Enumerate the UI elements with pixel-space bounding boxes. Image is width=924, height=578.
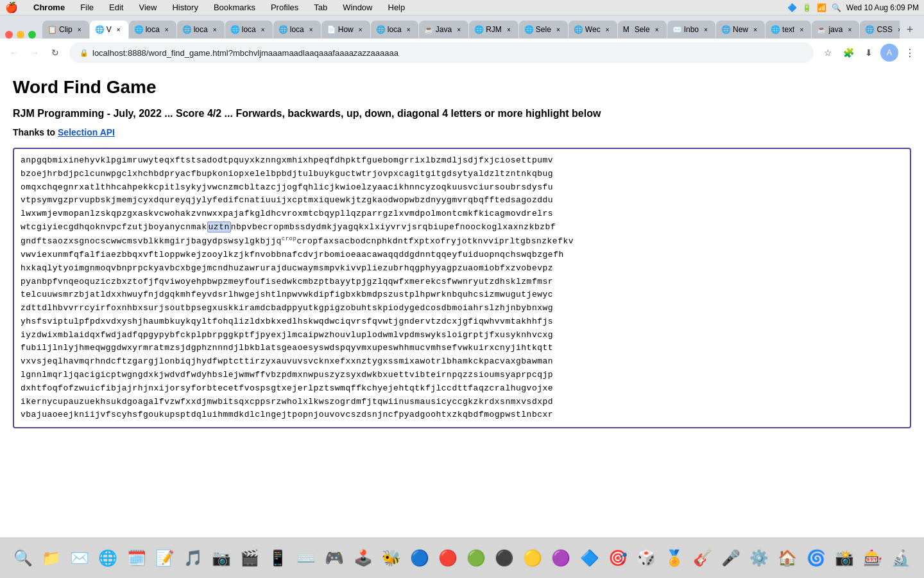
tab-close-8[interactable]: × (454, 25, 463, 34)
tab-close-9[interactable]: × (504, 25, 513, 34)
dock-icon-icon4[interactable]: ⚫ (492, 543, 517, 574)
window-minimize-button[interactable] (17, 31, 24, 39)
menubar-chrome[interactable]: Chrome (31, 3, 67, 12)
menubar-window[interactable]: Window (340, 3, 375, 12)
dock-icon-icon12[interactable]: 🎤 (718, 543, 744, 574)
dock-icon-icon6[interactable]: 🟣 (548, 543, 574, 574)
refresh-button[interactable]: ↻ (46, 44, 64, 62)
chrome-menu-button[interactable]: ⋮ (901, 44, 919, 62)
selection-api-link[interactable]: Selection API (58, 127, 115, 137)
tab-close-3[interactable]: × (210, 25, 219, 34)
dock-icon-icon14[interactable]: 🏠 (774, 543, 800, 574)
bookmark-star-icon[interactable]: ☆ (819, 44, 837, 62)
menubar-wifi-icon: 📶 (817, 3, 826, 12)
window-maximize-button[interactable] (28, 31, 36, 39)
dock-icon-icon18[interactable]: 🔬 (888, 543, 914, 574)
browser-tab-1[interactable]: 🌐 V × (90, 21, 128, 39)
menubar-profiles[interactable]: Profiles (268, 3, 301, 12)
back-button[interactable]: ← (5, 44, 23, 62)
tab-close-13[interactable]: × (701, 25, 710, 34)
tab-close-10[interactable]: × (554, 25, 563, 34)
dock-icon-icon17[interactable]: 🎰 (860, 543, 886, 574)
dock-icon-icon8[interactable]: 🎯 (605, 543, 631, 574)
tab-close-14[interactable]: × (751, 25, 760, 34)
dock-icon-arcade[interactable]: 🕹️ (350, 543, 376, 574)
forward-button[interactable]: → (26, 44, 44, 62)
browser-tab-8[interactable]: ☕ Java × (419, 21, 468, 39)
window-close-button[interactable] (5, 31, 13, 39)
tab-bar: 📋 Clip ×🌐 V ×🌐 loca ×🌐 loca ×🌐 loca ×🌐 l… (0, 15, 924, 39)
menubar-edit[interactable]: Edit (107, 3, 126, 12)
browser-tab-14[interactable]: 🌐 New × (716, 21, 765, 39)
tab-close-4[interactable]: × (259, 25, 268, 34)
download-icon[interactable]: ⬇ (860, 44, 878, 62)
dock-icon-icon11[interactable]: 🎸 (690, 543, 715, 574)
menubar-tab[interactable]: Tab (311, 3, 330, 12)
apple-menu[interactable]: 🍎 (5, 1, 18, 13)
dock-icon-terminal[interactable]: ⌨️ (293, 543, 319, 574)
tab-close-5[interactable]: × (307, 25, 316, 34)
url-bar[interactable]: 🔒 localhost:8888/word_find_game.html?mbc… (69, 42, 814, 63)
extensions-icon[interactable]: 🧩 (839, 44, 857, 62)
tab-close-12[interactable]: × (653, 25, 662, 34)
dock-icon-quicktime[interactable]: 🎬 (237, 543, 262, 574)
tab-close-1[interactable]: × (114, 25, 123, 34)
menubar-file[interactable]: File (78, 3, 96, 12)
tab-label-6: How (338, 25, 354, 34)
tab-close-15[interactable]: × (797, 25, 806, 34)
menubar-help[interactable]: Help (386, 3, 408, 12)
tab-close-0[interactable]: × (75, 25, 84, 34)
dock-icon-icon7[interactable]: 🔷 (577, 543, 603, 574)
browser-tab-17[interactable]: 🌐 CSS × (860, 21, 900, 39)
browser-tab-4[interactable]: 🌐 loca × (225, 21, 273, 39)
browser-tab-6[interactable]: 📄 How × (321, 21, 370, 39)
browser-tab-2[interactable]: 🌐 loca × (129, 21, 176, 39)
dock-icon-icon13[interactable]: ⚙️ (746, 543, 772, 574)
tab-close-11[interactable]: × (603, 25, 612, 34)
tab-close-2[interactable]: × (162, 25, 171, 34)
grid-line-19: vbajuaoeejkniijvfscyhsfgoukupsptdqluihmm… (21, 408, 903, 422)
tab-close-17[interactable]: × (895, 25, 900, 34)
browser-tab-11[interactable]: 🌐 Wec × (569, 21, 617, 39)
dock-icon-icon9[interactable]: 🎲 (633, 543, 659, 574)
browser-tab-0[interactable]: 📋 Clip × (42, 21, 89, 39)
dock-icon-finder[interactable]: 📁 (38, 543, 64, 574)
profile-avatar[interactable]: A (880, 44, 898, 62)
browser-tab-10[interactable]: 🌐 Sele × (519, 21, 568, 39)
new-tab-button[interactable]: + (901, 21, 919, 39)
tab-label-0: Clip (59, 25, 73, 34)
dock-icon-calendar[interactable]: 🗓️ (124, 543, 150, 574)
dock-icon-games[interactable]: 🎮 (321, 543, 347, 574)
browser-tab-15[interactable]: 🌐 text × (766, 21, 811, 39)
dock-icon-bee[interactable]: 🐝 (379, 543, 404, 574)
browser-tab-13[interactable]: ✉️ Inbo × (667, 21, 715, 39)
menubar-bookmarks[interactable]: Bookmarks (211, 3, 258, 12)
browser-tab-7[interactable]: 🌐 loca × (371, 21, 418, 39)
menubar-history[interactable]: History (169, 3, 200, 12)
dock-icon-spotlight[interactable]: 🔍 (10, 543, 36, 574)
menubar-view[interactable]: View (136, 3, 159, 12)
menubar-search-icon[interactable]: 🔍 (832, 3, 841, 12)
dock-icon-icon15[interactable]: 🌀 (803, 543, 829, 574)
dock-icon-mail[interactable]: ✉️ (67, 543, 92, 574)
dock-icon-icon10[interactable]: 🏅 (662, 543, 687, 574)
dock-icon-icon3[interactable]: 🟢 (463, 543, 489, 574)
browser-tab-5[interactable]: 🌐 loca × (273, 21, 321, 39)
dock-icon-music[interactable]: 🎵 (180, 543, 206, 574)
dock-icon-icon5[interactable]: 🟡 (520, 543, 545, 574)
dock-icon-notes[interactable]: 📝 (152, 543, 178, 574)
url-text[interactable]: localhost:8888/word_find_game.html?mbchv… (92, 48, 803, 58)
dock-icon-icon2[interactable]: 🔴 (435, 543, 461, 574)
dock-icon-safari[interactable]: 🌐 (95, 543, 121, 574)
dock-icon-icon1[interactable]: 🔵 (407, 543, 432, 574)
browser-tab-16[interactable]: ☕ java × (812, 21, 859, 39)
tab-close-7[interactable]: × (404, 25, 413, 34)
dock-icon-photos[interactable]: 📷 (209, 543, 234, 574)
dock-icon-simulator[interactable]: 📱 (265, 543, 291, 574)
tab-close-6[interactable]: × (356, 25, 365, 34)
browser-tab-9[interactable]: 🌐 RJM × (469, 21, 518, 39)
browser-tab-3[interactable]: 🌐 loca × (177, 21, 225, 39)
browser-tab-12[interactable]: M Sele × (618, 21, 667, 39)
tab-close-16[interactable]: × (845, 25, 854, 34)
dock-icon-icon16[interactable]: 📸 (832, 543, 857, 574)
